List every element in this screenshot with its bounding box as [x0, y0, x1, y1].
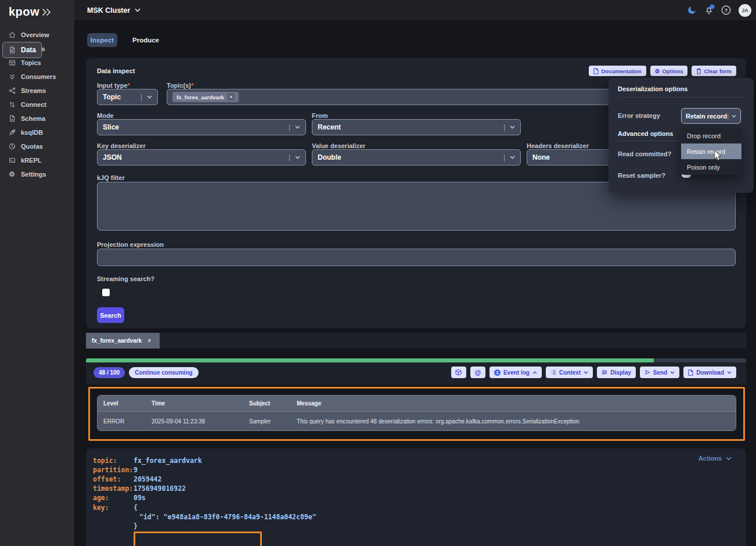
gear-icon: ⚙: [655, 68, 660, 74]
key-deserializer-label: Key deserializer: [97, 142, 146, 149]
kjq-filter-label: kJQ filter: [97, 174, 125, 181]
column-time: Time: [146, 400, 243, 407]
table-icon: [8, 59, 16, 67]
sidebar-item-label: Consumers: [21, 73, 56, 80]
menu-item-drop-record[interactable]: Drop record: [681, 128, 741, 143]
cluster-name: MSK Cluster: [87, 6, 130, 15]
chevron-down-icon: [510, 156, 515, 159]
sidebar-item-label: Settings: [21, 171, 46, 178]
event-log-button[interactable]: 1 Event log: [489, 367, 542, 378]
sidebar-item-settings[interactable]: ⚙ Settings: [2, 167, 72, 181]
cell-time: 2025-09-04 11:23:38: [146, 418, 243, 425]
sidebar-item-ksqldb[interactable]: ksqlDB: [2, 125, 72, 139]
search-button[interactable]: Search: [97, 307, 124, 323]
projection-input[interactable]: [97, 249, 736, 266]
sliders-icon: [602, 369, 607, 375]
clear-form-button[interactable]: Clear form: [692, 66, 736, 76]
progress-count-badge: 48 / 100: [93, 367, 125, 378]
value-deserializer-select[interactable]: Double |: [312, 149, 521, 166]
remove-topic-icon[interactable]: ×: [228, 94, 235, 100]
sidebar-item-label: Overview: [21, 31, 49, 38]
streaming-search-checkbox[interactable]: [102, 289, 110, 296]
sidebar-item-data[interactable]: Data: [2, 42, 42, 58]
chevron-down-icon: [295, 156, 300, 159]
event-log-table-header: Level Time Subject Message: [98, 396, 736, 411]
download-button[interactable]: Download: [683, 367, 736, 378]
help-icon[interactable]: ?: [721, 5, 731, 15]
cluster-selector[interactable]: MSK Cluster: [87, 0, 141, 20]
mode-select[interactable]: Slice |: [97, 119, 306, 135]
from-select[interactable]: Recent |: [312, 119, 521, 135]
topbar: MSK Cluster ? JA: [74, 0, 756, 20]
topic-tag: fx_forex_aardvark ×: [172, 92, 239, 102]
actions-menu[interactable]: Actions: [699, 455, 732, 462]
mouse-cursor: [714, 150, 722, 161]
projection-label: Projection expression: [97, 241, 164, 248]
sidebar-item-label: Quotas: [21, 143, 43, 150]
avatar[interactable]: JA: [739, 4, 751, 17]
results-toolbar: 48 / 100 Continue consuming @ 1 Event lo…: [86, 358, 746, 385]
read-committed-label: Read committed?: [618, 150, 671, 157]
cell-message: This query has encountered 48 deserializ…: [291, 418, 736, 425]
send-button[interactable]: Send: [640, 367, 679, 378]
input-type-select[interactable]: Topic |: [97, 89, 158, 105]
record-partition: 9: [134, 466, 138, 474]
error-strategy-menu: Drop record Retain record Poison only: [681, 128, 741, 175]
column-message: Message: [291, 400, 736, 407]
table-row[interactable]: ERROR 2025-09-04 11:23:38 Sampler This q…: [98, 411, 736, 430]
home-icon: [8, 31, 16, 39]
options-button[interactable]: ⚙ Options: [650, 66, 688, 76]
documentation-button[interactable]: Documentation: [589, 66, 646, 76]
sidebar-item-streams[interactable]: Streams: [2, 84, 72, 98]
pie-chart-icon: [8, 143, 16, 150]
sidebar-item-label: Schema: [21, 115, 45, 122]
chevron-up-icon: [532, 371, 537, 374]
tab-produce[interactable]: Produce: [132, 33, 159, 47]
sidebar: kpow Overview Data Brokers Topics: [0, 0, 74, 546]
popover-title: Deserialization options: [618, 85, 687, 92]
sidebar-item-krepl[interactable]: kREPL: [2, 153, 72, 167]
svg-text:?: ?: [725, 7, 728, 13]
error-strategy-select[interactable]: Retain record |: [681, 108, 741, 124]
context-button[interactable]: Context: [546, 367, 593, 378]
key-deserializer-select[interactable]: JSON |: [97, 149, 306, 166]
record-json-view: topic:fx_forex_aardvark partition:9 offs…: [93, 456, 316, 546]
record-key-open-brace: {: [134, 504, 138, 512]
document-icon: [593, 68, 599, 74]
notifications-bell-icon[interactable]: [704, 5, 714, 15]
tab-inspect[interactable]: Inspect: [87, 33, 117, 47]
close-tab-icon[interactable]: ×: [147, 337, 151, 344]
menu-item-retain-record[interactable]: Retain record: [681, 143, 741, 159]
send-icon: [645, 369, 650, 375]
kpow-logo[interactable]: kpow: [9, 5, 51, 19]
mode-label: Mode: [97, 112, 114, 119]
package-button[interactable]: [451, 367, 466, 378]
mention-button[interactable]: @: [470, 367, 485, 378]
reset-sampler-label: Reset sampler?: [618, 172, 665, 179]
sidebar-item-label: Streams: [21, 87, 46, 94]
chevron-down-icon: [147, 95, 152, 99]
dark-mode-moon-icon[interactable]: [687, 5, 697, 15]
rocket-icon: [8, 129, 16, 136]
sidebar-item-label: ksqlDB: [21, 129, 43, 136]
sidebar-item-schema[interactable]: Schema: [2, 112, 72, 125]
up-down-arrows-icon: [8, 101, 16, 109]
input-type-label: Input type*: [97, 82, 130, 89]
file-data-icon: [8, 46, 16, 54]
chevron-down-icon: [670, 371, 675, 374]
sidebar-item-overview[interactable]: Overview: [2, 28, 72, 42]
sidebar-item-connect[interactable]: Connect: [2, 98, 72, 112]
chevron-down-icon: [510, 125, 515, 129]
package-icon: [455, 369, 462, 376]
results-topic-tab[interactable]: fx_forex_aardvark ×: [86, 333, 160, 349]
sidebar-item-label: Topics: [21, 59, 41, 66]
kpow-logo-chevrons-icon: [42, 8, 51, 16]
cell-level: ERROR: [98, 418, 146, 425]
terminal-icon: [8, 157, 16, 164]
kpow-app: kpow Overview Data Brokers Topics: [0, 0, 756, 546]
display-button[interactable]: Display: [597, 367, 636, 378]
sidebar-item-consumers[interactable]: Consumers: [2, 70, 72, 84]
continue-consuming-button[interactable]: Continue consuming: [129, 367, 198, 378]
sidebar-item-quotas[interactable]: Quotas: [2, 139, 72, 153]
menu-item-poison-only[interactable]: Poison only: [681, 159, 741, 175]
